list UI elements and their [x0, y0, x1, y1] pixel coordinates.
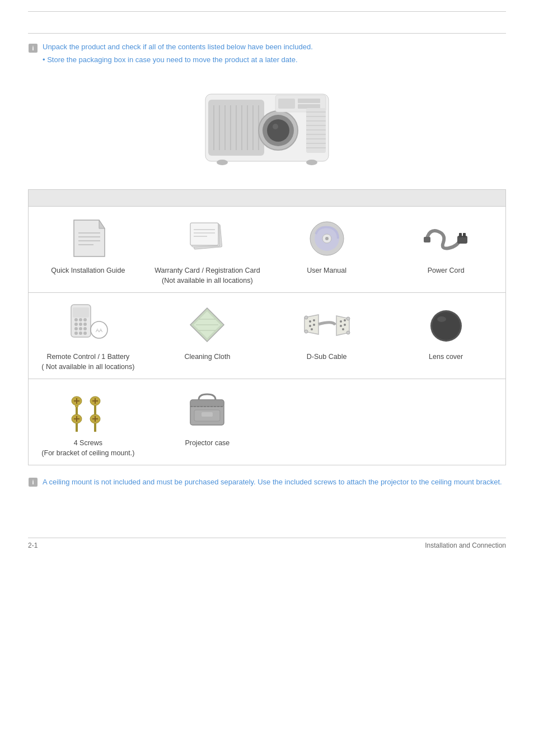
svg-point-78	[309, 325, 311, 327]
user-manual-label: User Manual	[271, 266, 382, 276]
screws-label: 4 Screws(For bracket of ceiling mount.)	[33, 438, 143, 458]
power-cord-label: Power Cord	[391, 266, 501, 276]
svg-point-57	[83, 318, 87, 321]
svg-rect-109	[94, 423, 96, 432]
footer: 2-1 Installation and Connection	[28, 542, 506, 549]
screws-image	[33, 388, 143, 433]
item-projector-case: Projector case	[148, 379, 267, 465]
svg-point-64	[74, 332, 78, 335]
empty-cell-1	[267, 379, 386, 465]
svg-rect-20	[298, 104, 320, 109]
svg-rect-41	[190, 223, 218, 245]
svg-rect-21	[306, 108, 326, 153]
svg-point-83	[344, 324, 346, 326]
svg-point-82	[344, 319, 346, 321]
svg-text:i: i	[32, 45, 34, 52]
contents-row-3: 4 Screws(For bracket of ceiling mount.)	[29, 379, 506, 465]
svg-rect-97	[75, 405, 78, 407]
warranty-card-label: Warranty Card / Registration Card (Not a…	[152, 266, 263, 286]
note-icon-1: i	[28, 43, 38, 53]
footer-divider	[28, 538, 506, 538]
contents-row-2: AA Remote Control / 1 Battery( Not avail…	[29, 293, 506, 379]
item-power-cord: Power Cord	[386, 207, 505, 293]
svg-point-31	[217, 160, 228, 165]
svg-point-60	[83, 323, 87, 326]
svg-point-89	[346, 331, 350, 334]
svg-text:AA: AA	[96, 328, 102, 333]
svg-point-81	[340, 320, 342, 323]
svg-rect-51	[459, 233, 462, 237]
item-lens-cover: Lens cover	[386, 293, 505, 379]
svg-rect-19	[298, 99, 320, 103]
svg-point-58	[74, 323, 78, 326]
svg-point-15	[267, 119, 289, 142]
svg-point-77	[313, 324, 315, 326]
second-divider	[28, 33, 506, 34]
svg-point-62	[79, 327, 82, 330]
svg-rect-18	[278, 99, 295, 109]
svg-rect-49	[424, 237, 430, 242]
svg-point-76	[313, 319, 315, 321]
empty-cell-2	[386, 379, 505, 465]
projector-image	[28, 77, 506, 172]
svg-point-75	[309, 320, 311, 323]
projector-svg	[189, 77, 345, 172]
item-user-manual: User Manual	[267, 207, 386, 293]
svg-point-63	[83, 327, 87, 330]
bottom-note-text: A ceiling mount is not included and must…	[43, 477, 502, 488]
svg-point-59	[79, 323, 82, 326]
bottom-note: i A ceiling mount is not included and mu…	[28, 477, 506, 488]
item-remote-control: AA Remote Control / 1 Battery( Not avail…	[29, 293, 148, 379]
note-icon-2: i	[28, 477, 38, 487]
quick-guide-image	[33, 216, 143, 260]
svg-rect-54	[73, 307, 89, 318]
footer-page-number: 2-1	[28, 542, 38, 549]
footer-section-title: Installation and Connection	[425, 542, 506, 549]
svg-point-55	[74, 318, 78, 321]
svg-point-86	[305, 316, 308, 319]
dsub-cable-label: D-Sub Cable	[271, 352, 382, 362]
svg-rect-114	[202, 412, 213, 417]
item-dsub-cable: D-Sub Cable	[267, 293, 386, 379]
svg-point-87	[305, 330, 308, 333]
item-warranty-card: Warranty Card / Registration Card (Not a…	[148, 207, 267, 293]
svg-point-92	[437, 316, 446, 322]
svg-point-84	[340, 325, 342, 327]
projector-case-label: Projector case	[152, 438, 263, 449]
svg-rect-111	[190, 400, 224, 407]
svg-text:i: i	[32, 479, 34, 486]
contents-header-label	[29, 190, 506, 207]
svg-rect-105	[76, 423, 78, 432]
intro-bullet1: Unpack the product and check if all of t…	[43, 43, 313, 51]
contents-table: Quick Installation Guide Warranty Card /	[28, 189, 506, 465]
warranty-card-image	[152, 216, 263, 260]
svg-point-88	[346, 317, 350, 320]
svg-marker-34	[99, 220, 105, 228]
svg-rect-52	[463, 233, 466, 237]
lens-cover-image	[391, 302, 501, 347]
dsub-cable-image	[271, 302, 382, 347]
svg-point-16	[273, 124, 278, 129]
lens-cover-label: Lens cover	[391, 352, 501, 362]
power-cord-image	[391, 216, 501, 260]
svg-point-32	[306, 160, 317, 165]
intro-bullet2: • Store the packaging box in case you ne…	[43, 55, 298, 64]
svg-point-65	[79, 332, 82, 335]
item-cleaning-cloth: Cleaning Cloth	[148, 293, 267, 379]
svg-point-56	[79, 318, 82, 321]
svg-rect-50	[457, 236, 467, 244]
quick-guide-label: Quick Installation Guide	[33, 266, 143, 276]
item-screws: 4 Screws(For bracket of ceiling mount.)	[29, 379, 148, 465]
top-divider	[28, 11, 506, 12]
remote-control-label: Remote Control / 1 Battery( Not availabl…	[33, 352, 143, 372]
contents-header-row	[29, 190, 506, 207]
item-quick-guide: Quick Installation Guide	[29, 207, 148, 293]
svg-point-85	[342, 328, 344, 330]
cleaning-cloth-label: Cleaning Cloth	[152, 352, 263, 362]
svg-point-66	[83, 332, 87, 335]
svg-point-79	[311, 328, 313, 330]
svg-point-91	[432, 312, 460, 340]
svg-point-61	[74, 327, 78, 330]
intro-section: i Unpack the product and check if all of…	[28, 43, 506, 66]
svg-point-48	[325, 237, 329, 240]
